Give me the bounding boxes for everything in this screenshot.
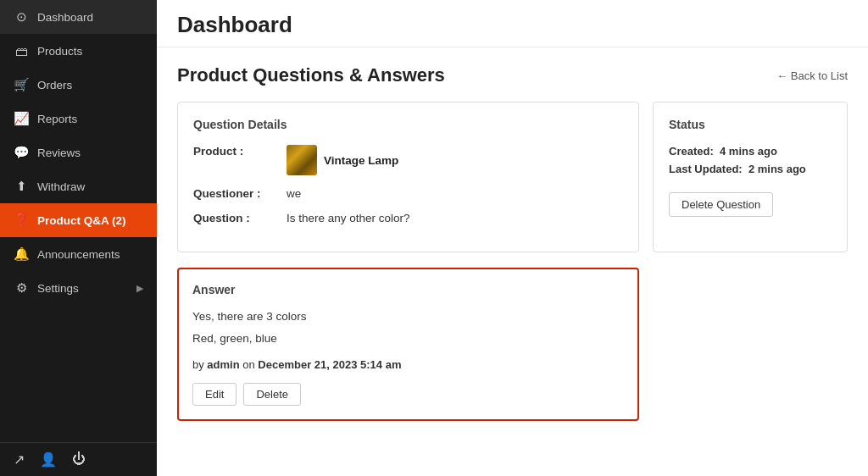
sidebar-item-reviews[interactable]: 💬 Reviews (0, 136, 157, 169)
delete-question-button[interactable]: Delete Question (669, 192, 773, 217)
product-name: Vintage Lamp (324, 154, 398, 167)
sidebar-item-label: Withdraw (37, 180, 85, 193)
question-details-title: Question Details (193, 118, 623, 131)
answer-author: admin (207, 358, 239, 371)
power-icon[interactable]: ⏻ (72, 451, 86, 468)
dashboard-icon: ⊙ (14, 9, 29, 25)
top-bar: Dashboard (157, 0, 868, 47)
sidebar: ⊙ Dashboard 🗃 Products 🛒 Orders 📈 Report… (0, 0, 157, 476)
sidebar-item-withdraw[interactable]: ⬆ Withdraw (0, 169, 157, 203)
created-value: 4 mins ago (720, 145, 777, 158)
sidebar-item-label: Products (37, 45, 82, 58)
sidebar-bottom: ↗ 👤 ⏻ (0, 442, 157, 476)
updated-value: 2 mins ago (748, 163, 806, 175)
status-card: Status Created: 4 mins ago Last Updated:… (653, 102, 848, 252)
back-to-list-link[interactable]: ← Back to List (776, 69, 848, 82)
sidebar-item-label: Announcements (37, 248, 120, 261)
sidebar-item-announcements[interactable]: 🔔 Announcements (0, 237, 157, 271)
questioner-label: Questioner : (193, 187, 287, 200)
created-label: Created: (669, 145, 714, 158)
settings-arrow-icon: ▶ (136, 283, 143, 294)
sidebar-item-label: Reviews (37, 147, 81, 159)
questioner-value: we (287, 187, 301, 200)
main-content: Dashboard Product Questions & Answers ← … (157, 0, 868, 476)
sidebar-item-dashboard[interactable]: ⊙ Dashboard (0, 0, 157, 34)
question-value: Is there any other color? (287, 212, 410, 224)
user-icon[interactable]: 👤 (40, 451, 57, 468)
product-thumbnail (287, 145, 317, 175)
page-header: Product Questions & Answers ← Back to Li… (177, 64, 848, 86)
answer-meta-prefix: by (192, 358, 207, 371)
answer-section: Answer Yes, there are 3 colors Red, gree… (177, 268, 639, 421)
reviews-icon: 💬 (14, 145, 29, 160)
answer-meta-mid: on (240, 358, 259, 371)
reports-icon: 📈 (14, 111, 29, 126)
answer-line1: Yes, there are 3 colors (192, 308, 624, 325)
products-icon: 🗃 (14, 43, 29, 58)
withdraw-icon: ⬆ (14, 179, 29, 194)
question-details-card: Question Details Product : Vintage Lamp … (177, 102, 639, 252)
sidebar-item-settings[interactable]: ⚙ Settings ▶ (0, 271, 157, 305)
two-column-layout: Question Details Product : Vintage Lamp … (177, 102, 848, 252)
content-area: Product Questions & Answers ← Back to Li… (157, 47, 868, 476)
created-text: Created: 4 mins ago (669, 145, 832, 158)
exit-icon[interactable]: ↗ (14, 451, 25, 468)
answer-actions: Edit Delete (192, 383, 624, 406)
updated-label: Last Updated: (669, 163, 743, 175)
sidebar-item-label: Reports (37, 113, 77, 125)
sidebar-item-products[interactable]: 🗃 Products (0, 34, 157, 68)
answer-meta: by admin on December 21, 2023 5:14 am (192, 358, 624, 371)
sidebar-item-reports[interactable]: 📈 Reports (0, 102, 157, 136)
product-label: Product : (193, 145, 287, 158)
question-row: Question : Is there any other color? (193, 212, 623, 224)
answer-date: December 21, 2023 5:14 am (258, 358, 401, 371)
sidebar-item-label: Dashboard (37, 11, 93, 24)
edit-answer-button[interactable]: Edit (192, 383, 236, 406)
settings-icon: ⚙ (14, 280, 29, 296)
delete-answer-button[interactable]: Delete (243, 383, 301, 406)
updated-text: Last Updated: 2 mins ago (669, 163, 832, 175)
questioner-row: Questioner : we (193, 187, 623, 200)
product-value: Vintage Lamp (287, 145, 398, 175)
answer-line2: Red, green, blue (192, 330, 624, 347)
announcements-icon: 🔔 (14, 246, 29, 262)
sidebar-item-label: Orders (37, 79, 72, 91)
sidebar-item-orders[interactable]: 🛒 Orders (0, 68, 157, 102)
sidebar-item-label: Product Q&A (2) (37, 214, 126, 227)
qa-icon: ❓ (14, 213, 29, 228)
app-title: Dashboard (177, 12, 848, 38)
answer-title: Answer (192, 283, 624, 296)
sidebar-item-product-qa[interactable]: ❓ Product Q&A (2) (0, 203, 157, 237)
sidebar-item-label: Settings (37, 282, 79, 295)
question-label: Question : (193, 212, 287, 224)
status-title: Status (669, 118, 832, 131)
product-row: Product : Vintage Lamp (193, 145, 623, 175)
orders-icon: 🛒 (14, 77, 29, 92)
page-title: Product Questions & Answers (177, 64, 445, 86)
